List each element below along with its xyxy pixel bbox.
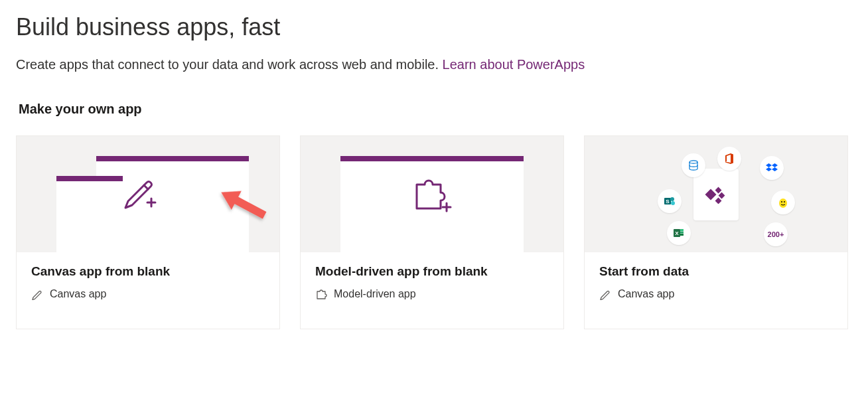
- svg-point-10: [689, 161, 697, 163]
- sharepoint-icon: S: [658, 189, 682, 213]
- svg-rect-26: [680, 234, 684, 236]
- svg-marker-13: [766, 167, 772, 171]
- pencil-icon: [31, 288, 43, 300]
- learn-about-link[interactable]: Learn about PowerApps: [443, 57, 585, 72]
- card-type: Model-driven app: [315, 288, 549, 300]
- excel-icon: X: [667, 221, 691, 245]
- hero-title: Build business apps, fast: [16, 13, 852, 41]
- svg-rect-25: [680, 232, 684, 234]
- card-title: Model-driven app from blank: [315, 264, 549, 279]
- hero-subtitle: Create apps that connect to your data an…: [16, 57, 852, 72]
- svg-point-21: [784, 201, 785, 202]
- card-type-label: Model-driven app: [334, 288, 416, 300]
- card-start-from-data[interactable]: S X 200+ Start from data: [584, 135, 848, 329]
- svg-rect-6: [705, 189, 717, 200]
- svg-line-0: [144, 185, 148, 189]
- svg-rect-7: [715, 187, 722, 193]
- more-count-badge: 200+: [764, 222, 788, 246]
- svg-text:S: S: [666, 199, 670, 204]
- svg-point-18: [671, 201, 675, 205]
- puzzle-icon: [315, 288, 327, 300]
- card-type-label: Canvas app: [618, 288, 674, 300]
- powerapps-badge-icon: [693, 169, 739, 220]
- pencil-icon: [599, 288, 611, 300]
- svg-rect-8: [719, 192, 725, 199]
- puzzle-plus-icon: [409, 173, 455, 218]
- hero-subtitle-text: Create apps that connect to your data an…: [16, 57, 443, 72]
- card-type: Canvas app: [31, 288, 265, 300]
- card-preview: [17, 136, 279, 252]
- card-title: Start from data: [599, 264, 833, 279]
- database-icon: [682, 153, 705, 177]
- card-type-label: Canvas app: [50, 288, 106, 300]
- svg-point-19: [779, 199, 787, 208]
- card-preview: S X 200+: [585, 136, 847, 252]
- svg-rect-9: [715, 197, 722, 203]
- svg-marker-11: [766, 163, 772, 167]
- cards-row: Canvas app from blank Canvas app: [16, 135, 852, 329]
- svg-marker-12: [772, 163, 778, 167]
- dropbox-icon: [760, 156, 784, 180]
- mailchimp-icon: [771, 191, 795, 214]
- card-model-driven-blank[interactable]: Model-driven app from blank Model-driven…: [300, 135, 564, 329]
- card-type: Canvas app: [599, 288, 833, 300]
- card-preview: [301, 136, 563, 252]
- svg-point-17: [670, 197, 674, 201]
- svg-text:X: X: [675, 230, 679, 236]
- card-title: Canvas app from blank: [31, 264, 265, 279]
- svg-rect-24: [680, 229, 684, 231]
- section-heading: Make your own app: [19, 102, 852, 117]
- svg-marker-14: [772, 167, 778, 171]
- office-icon: [717, 147, 741, 171]
- card-canvas-blank[interactable]: Canvas app from blank Canvas app: [16, 135, 280, 329]
- pencil-plus-icon: [120, 171, 160, 213]
- svg-point-20: [781, 201, 782, 202]
